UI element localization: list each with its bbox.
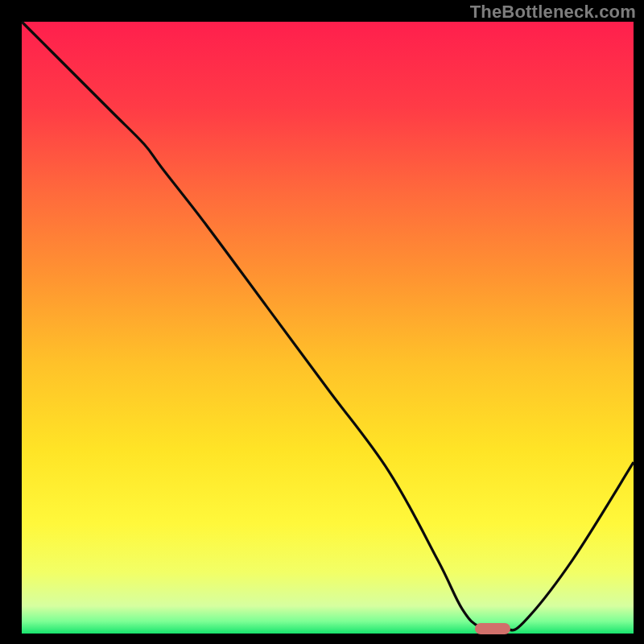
site-watermark: TheBottleneck.com	[470, 2, 636, 23]
plot-area	[22, 22, 634, 634]
optimum-marker	[475, 623, 510, 634]
chart-frame: TheBottleneck.com	[0, 0, 644, 644]
